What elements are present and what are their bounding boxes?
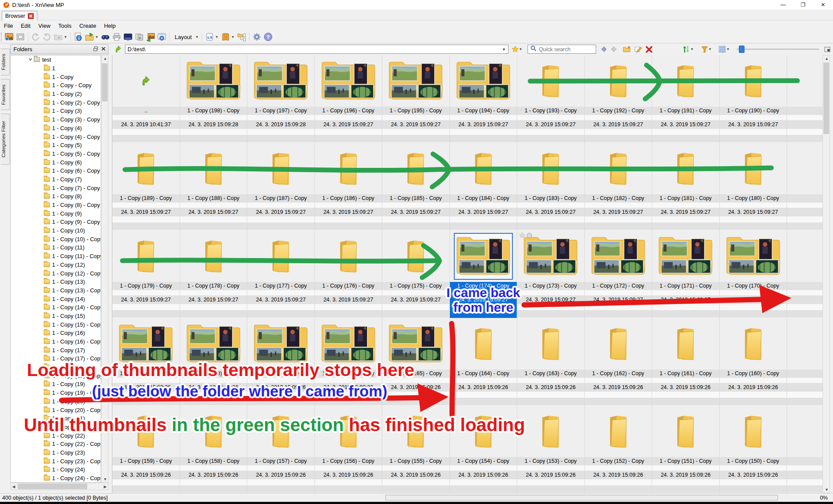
panel-float-icon[interactable] bbox=[93, 46, 98, 53]
close-button[interactable]: ✕ bbox=[813, 0, 833, 10]
grid-cell-folder[interactable]: 1 - Copy (168) - Copy24. 3. 2019 15:09:2… bbox=[180, 318, 248, 406]
grid-cell-folder[interactable]: 1 - Copy (154) - Copy24. 3. 2019 15:09:2… bbox=[450, 406, 518, 493]
chevron-down-icon[interactable]: ▼ bbox=[195, 35, 199, 39]
tree-item[interactable]: 1 - Copy (15) - Copy bbox=[11, 320, 101, 329]
grid-cell-folder[interactable]: 1 - Copy (153) - Copy24. 3. 2019 15:09:2… bbox=[517, 406, 585, 493]
tree-item[interactable]: 1 - Copy (11) - Copy bbox=[11, 252, 101, 261]
tab-close-icon[interactable] bbox=[28, 13, 34, 19]
menu-tools[interactable]: Tools bbox=[54, 21, 75, 30]
tree-item[interactable]: 1 - Copy (20) - Copy bbox=[11, 406, 101, 414]
chevron-down-icon[interactable]: ▼ bbox=[95, 35, 98, 39]
chevron-down-icon[interactable]: ▼ bbox=[215, 35, 219, 39]
tree-horizontal-scrollbar[interactable]: ◀ ▶ bbox=[10, 483, 108, 490]
scrollbar-thumb[interactable] bbox=[18, 484, 87, 489]
tree-item[interactable]: 1 - Copy (13) - Copy bbox=[11, 286, 101, 295]
favorites-star-button[interactable]: ▼ bbox=[511, 45, 524, 54]
tree-item[interactable]: 1 - Copy (4) - Copy bbox=[11, 132, 101, 141]
menu-edit[interactable]: Edit bbox=[17, 21, 34, 30]
grid-cell-folder[interactable]: 1 - Copy (188) - Copy24. 3. 2019 15:09:2… bbox=[180, 143, 248, 230]
grid-cell-folder[interactable]: 1 - Copy (187) - Copy24. 3. 2019 15:09:2… bbox=[247, 143, 315, 230]
grid-cell-folder[interactable]: 1 - Copy (180) - Copy24. 3. 2019 15:09:2… bbox=[720, 143, 787, 230]
grid-cell-folder[interactable]: 1 - Copy (193) - Copy24. 3. 2019 15:09:2… bbox=[517, 55, 585, 143]
capture-button[interactable] bbox=[156, 32, 167, 43]
tree-item[interactable]: 1 - Copy (16) - Copy bbox=[11, 337, 101, 346]
menu-create[interactable]: Create bbox=[75, 21, 100, 30]
grid-cell-folder[interactable]: 1 - Copy (160) - Copy24. 3. 2019 15:09:2… bbox=[720, 318, 787, 406]
tree-item[interactable]: 1 - Copy (5) bbox=[11, 141, 101, 150]
menu-view[interactable]: View bbox=[34, 21, 54, 30]
path-combobox[interactable]: D:\test\ ▼ bbox=[125, 45, 508, 54]
tree-item[interactable]: 1 - Copy (18) - Copy bbox=[11, 371, 101, 380]
rename-button[interactable] bbox=[633, 45, 643, 54]
sort-order-button[interactable]: ▼ bbox=[681, 45, 696, 54]
search-input[interactable] bbox=[539, 46, 589, 52]
grid-cell-folder[interactable]: 1 - Copy (157) - Copy24. 3. 2019 15:09:2… bbox=[247, 406, 315, 493]
new-folder-button[interactable] bbox=[621, 45, 632, 54]
tree-item[interactable]: 1 - Copy (16) bbox=[11, 329, 101, 337]
quick-search-box[interactable] bbox=[528, 45, 596, 54]
thumbnail-size-slider[interactable] bbox=[737, 49, 819, 50]
grid-cell-folder[interactable]: 1 - Copy (183) - Copy24. 3. 2019 15:09:2… bbox=[517, 143, 585, 230]
sort-button[interactable]: 1-5 bbox=[204, 32, 215, 43]
back-button[interactable] bbox=[598, 45, 608, 54]
tree-item[interactable]: 1 - Copy (12) - Copy bbox=[11, 269, 101, 278]
grid-cell-folder[interactable]: 1 - Copy (185) - Copy24. 3. 2019 15:09:2… bbox=[382, 143, 450, 230]
find-button[interactable] bbox=[100, 32, 111, 43]
grid-cell-folder[interactable]: 1 - Copy (150) - Copy24. 3. 2019 15:09:2… bbox=[720, 406, 787, 493]
tree-item[interactable]: 1 - Copy (9) - Copy bbox=[11, 218, 101, 226]
chevron-down-icon[interactable]: ▼ bbox=[64, 35, 67, 39]
settings-button[interactable] bbox=[251, 32, 262, 43]
tree-item[interactable]: 1 - Copy bbox=[11, 72, 101, 81]
slideshow-button[interactable] bbox=[122, 32, 134, 43]
tree-item[interactable]: 1 - Copy (17) - Copy bbox=[11, 354, 101, 363]
side-tab-favorites[interactable]: Favorites bbox=[1, 79, 10, 110]
side-tab-categories-filter[interactable]: Categories Filter bbox=[1, 114, 10, 165]
menu-help[interactable]: Help bbox=[100, 21, 120, 30]
tab-browser[interactable]: Browser bbox=[2, 11, 37, 20]
grid-cell-folder[interactable]: 1 - Copy (171) - Copy24. 3. 2019 15:09:2… bbox=[652, 230, 720, 318]
grid-cell-folder[interactable]: 1 - Copy (182) - Copy24. 3. 2019 15:09:2… bbox=[585, 143, 653, 230]
chevron-down-icon[interactable]: ▼ bbox=[231, 35, 235, 39]
color-label-icon[interactable] bbox=[527, 233, 532, 238]
tree-item[interactable]: 1 - Copy (3) - Copy bbox=[11, 115, 101, 124]
forward-button[interactable] bbox=[609, 45, 620, 54]
grid-cell-folder[interactable]: 1 - Copy (174) - Copy24. 3. 2019 15:09:2… bbox=[450, 230, 518, 318]
grid-cell-folder[interactable]: 1 - Copy (190) - Copy24. 3. 2019 15:09:2… bbox=[720, 55, 787, 143]
tree-item[interactable]: 1 - Copy (5) - Copy bbox=[11, 150, 101, 158]
grid-cell-folder[interactable]: 1 - Copy (181) - Copy24. 3. 2019 15:09:2… bbox=[652, 143, 720, 230]
pane-layout-icon[interactable] bbox=[823, 45, 832, 54]
tree-item-root[interactable]: test bbox=[11, 56, 101, 64]
grid-cell-folder[interactable]: 1 - Copy (189) - Copy24. 3. 2019 15:09:2… bbox=[112, 143, 180, 230]
tree-item[interactable]: 1 - Copy (19) - Copy bbox=[11, 389, 101, 397]
grid-cell-folder[interactable]: 1 - Copy (166) - Copy24. 3. 2019 15:09:2… bbox=[315, 318, 383, 406]
tree-item[interactable]: 1 - Copy (21) bbox=[11, 414, 101, 423]
grid-cell-folder[interactable]: 1 - Copy (151) - Copy24. 3. 2019 15:09:2… bbox=[652, 406, 720, 493]
tree-item[interactable]: 1 - Copy (23) - Copy bbox=[11, 457, 101, 465]
grid-cell-folder[interactable]: 1 - Copy (164) - Copy24. 3. 2019 15:09:2… bbox=[450, 318, 518, 406]
up-one-level-button[interactable] bbox=[113, 45, 123, 54]
tree-item[interactable]: 1 - Copy (13) bbox=[11, 278, 101, 286]
panel-close-icon[interactable] bbox=[101, 46, 106, 53]
scrollbar-thumb[interactable] bbox=[823, 62, 829, 134]
grid-cell-folder[interactable]: 1 - Copy (198) - Copy24. 3. 2019 15:09:2… bbox=[180, 55, 248, 143]
tree-item[interactable]: 1 - Copy (17) bbox=[11, 346, 101, 354]
expand-chevron-icon[interactable] bbox=[11, 56, 34, 63]
folder-tree-button[interactable] bbox=[236, 32, 247, 43]
grid-cell-folder[interactable]: 1 - Copy (169) - Copy24. 3. 2019 15:09:2… bbox=[112, 318, 180, 406]
tree-item[interactable]: 1 - Copy (3) bbox=[11, 107, 101, 115]
tree-item[interactable]: 1 - Copy (14) bbox=[11, 295, 101, 303]
compare-button[interactable] bbox=[134, 32, 145, 43]
tree-item[interactable]: 1 - Copy (7) - Copy bbox=[11, 183, 101, 192]
tree-item[interactable]: 1 - Copy (7) bbox=[11, 175, 101, 184]
menu-file[interactable]: File bbox=[0, 21, 17, 30]
tree-item[interactable]: 1 - Copy (15) bbox=[11, 312, 101, 321]
tree-item[interactable]: 1 - Copy (23) bbox=[11, 448, 101, 457]
tree-item[interactable]: 1 - Copy (10) - Copy bbox=[11, 235, 101, 243]
grid-cell-folder[interactable]: 1 - Copy (186) - Copy24. 3. 2019 15:09:2… bbox=[315, 143, 383, 230]
view-mode-button[interactable]: ▼ bbox=[717, 45, 732, 54]
tree-item[interactable]: 1 - Copy (6) bbox=[11, 158, 101, 167]
tree-item[interactable]: 1 - Copy (2) - Copy bbox=[11, 98, 101, 107]
grid-cell-folder[interactable]: 1 - Copy (184) - Copy24. 3. 2019 15:09:2… bbox=[450, 143, 518, 230]
tree-item[interactable]: 1 - Copy (21) - Copy bbox=[11, 423, 101, 432]
tree-item[interactable]: 1 - Copy (22) bbox=[11, 431, 101, 440]
